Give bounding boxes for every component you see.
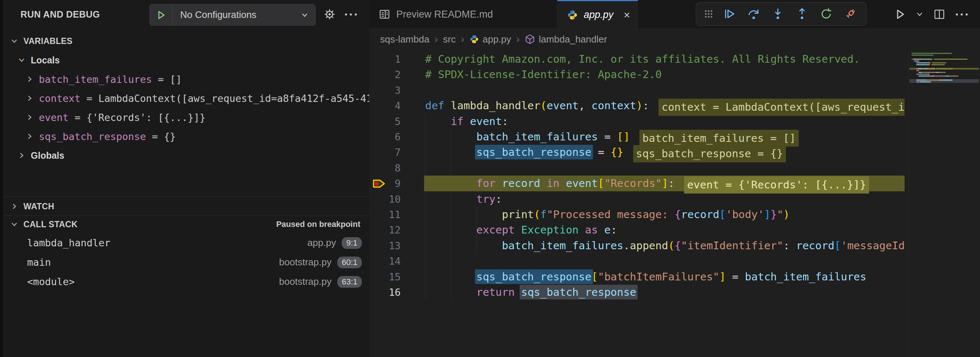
step-out-icon[interactable] xyxy=(791,5,813,24)
chevron-down-icon xyxy=(18,56,25,64)
python-icon xyxy=(567,10,578,21)
split-editor-icon[interactable] xyxy=(930,5,948,24)
run-dropdown-chevron-icon[interactable] xyxy=(913,5,926,24)
chevron-separator: › xyxy=(461,33,464,45)
code-line[interactable]: def lambda_handler(event, context):conte… xyxy=(369,98,905,113)
variables-section: VARIABLES Locals batch_item_failures = [… xyxy=(3,32,369,165)
run-and-debug-sidebar: RUN AND DEBUG No Configurations ··· VARI… xyxy=(3,0,369,357)
run-python-file-icon[interactable] xyxy=(891,5,909,24)
chevron-right-icon xyxy=(18,151,25,159)
code-line[interactable]: batch_item_failures = []batch_item_failu… xyxy=(369,129,905,144)
breadcrumb-symbol[interactable]: lambda_handler xyxy=(525,34,607,45)
launch-configuration-dropdown[interactable]: No Configurations xyxy=(150,4,316,26)
call-stack-section-header[interactable]: CALL STACK Paused on breakpoint xyxy=(3,216,369,233)
debug-toolbar xyxy=(696,2,867,26)
editor-more-actions-icon[interactable]: ··· xyxy=(952,5,973,24)
sidebar-more-actions-icon[interactable]: ··· xyxy=(340,0,363,29)
restart-icon[interactable] xyxy=(816,5,837,24)
tab-app-py[interactable]: app.py × xyxy=(557,0,638,29)
call-stack-list: lambda_handler app.py 9:1 main bootstrap… xyxy=(3,233,369,292)
code-editor[interactable]: 123456789 10111213141516 # Copyright Ama… xyxy=(369,51,980,357)
activity-bar-edge xyxy=(0,0,3,357)
code-line[interactable]: for record in event["Records"]:event = {… xyxy=(369,175,905,191)
stack-frame-row[interactable]: lambda_handler app.py 9:1 xyxy=(3,233,369,253)
breadcrumb-file[interactable]: app.py xyxy=(469,34,511,45)
chevron-right-icon xyxy=(25,75,34,83)
toolbar-gripper-icon[interactable] xyxy=(701,5,716,24)
breadcrumb: sqs-lambda › src › app.py › lambda_handl… xyxy=(380,29,607,50)
chevron-right-icon xyxy=(10,202,18,210)
chevron-down-icon xyxy=(301,11,309,19)
variables-section-header[interactable]: VARIABLES xyxy=(3,32,369,51)
code-line[interactable]: # SPDX-License-Identifier: Apache-2.0 xyxy=(369,67,905,82)
stack-frame-row[interactable]: main bootstrap.py 60:1 xyxy=(3,253,369,272)
scope-locals[interactable]: Locals xyxy=(3,51,369,70)
line-column-badge: 60:1 xyxy=(337,257,362,268)
symbol-method-icon xyxy=(525,34,535,45)
chevron-down-icon xyxy=(10,37,18,45)
paused-status-text: Paused on breakpoint xyxy=(276,220,360,229)
editor-actions: ··· xyxy=(891,0,973,29)
code-line[interactable] xyxy=(369,83,905,98)
code-line[interactable]: if event: xyxy=(369,114,905,129)
markdown-preview-icon xyxy=(379,8,390,20)
continue-icon[interactable] xyxy=(719,5,740,24)
code-line[interactable]: return sqs_batch_response xyxy=(369,284,905,300)
code-line[interactable]: sqs_batch_response = {}sqs_batch_respons… xyxy=(369,144,905,160)
line-column-badge: 63:1 xyxy=(337,276,362,288)
chevron-down-icon xyxy=(10,220,18,228)
code-line[interactable]: batch_item_failures.append({"itemIdentif… xyxy=(369,238,905,253)
chevron-right-icon xyxy=(25,94,34,102)
tab-label: Preview README.md xyxy=(396,9,493,20)
disconnect-icon[interactable] xyxy=(840,5,861,24)
editor-area: Preview README.md app.py × xyxy=(369,0,980,357)
gear-icon[interactable] xyxy=(320,0,339,29)
editor-tab-bar: Preview README.md app.py × xyxy=(369,0,980,29)
python-icon xyxy=(469,35,479,44)
start-debug-icon[interactable] xyxy=(150,5,173,25)
stack-frame-row[interactable]: <module> bootstrap.py 63:1 xyxy=(3,272,369,292)
code-line[interactable]: except Exception as e: xyxy=(369,222,905,237)
divider xyxy=(3,215,369,216)
chevron-separator: › xyxy=(516,33,520,45)
watch-section-header[interactable]: WATCH xyxy=(3,197,369,215)
breadcrumb-folder[interactable]: src xyxy=(443,34,456,45)
vscode-window: RUN AND DEBUG No Configurations ··· VARI… xyxy=(0,0,980,357)
configuration-label: No Configurations xyxy=(173,9,301,21)
divider xyxy=(3,196,369,197)
step-over-icon[interactable] xyxy=(743,5,764,24)
scope-globals[interactable]: Globals xyxy=(3,146,369,165)
code-line[interactable]: print(f"Processed message: {record['body… xyxy=(369,207,905,222)
tab-preview-readme[interactable]: Preview README.md xyxy=(369,0,557,29)
tab-label: app.py xyxy=(584,9,613,21)
code-line[interactable] xyxy=(369,253,905,269)
step-into-icon[interactable] xyxy=(767,5,789,24)
breadcrumb-folder[interactable]: sqs-lambda xyxy=(380,34,429,45)
code-viewport[interactable]: # Copyright Amazon.com, Inc. or its affi… xyxy=(369,51,905,357)
chevron-separator: › xyxy=(434,33,438,45)
code-line[interactable] xyxy=(369,160,905,175)
variable-row[interactable]: context = LambdaContext([aws_request_id=… xyxy=(3,89,369,108)
chevron-right-icon xyxy=(25,113,34,121)
variable-row[interactable]: event = {'Records': [{...}]} xyxy=(3,108,369,127)
variable-row[interactable]: batch_item_failures = [] xyxy=(3,70,369,89)
line-column-badge: 9:1 xyxy=(342,237,362,249)
code-line[interactable]: try: xyxy=(369,191,905,207)
chevron-right-icon xyxy=(25,132,34,140)
variable-row[interactable]: sqs_batch_response = {} xyxy=(3,127,369,146)
sidebar-title: RUN AND DEBUG xyxy=(21,0,100,29)
code-line[interactable]: sqs_batch_response["batchItemFailures"] … xyxy=(369,269,905,284)
minimap[interactable] xyxy=(908,51,980,357)
code-line[interactable]: # Copyright Amazon.com, Inc. or its affi… xyxy=(369,51,905,67)
close-icon[interactable]: × xyxy=(624,10,630,21)
